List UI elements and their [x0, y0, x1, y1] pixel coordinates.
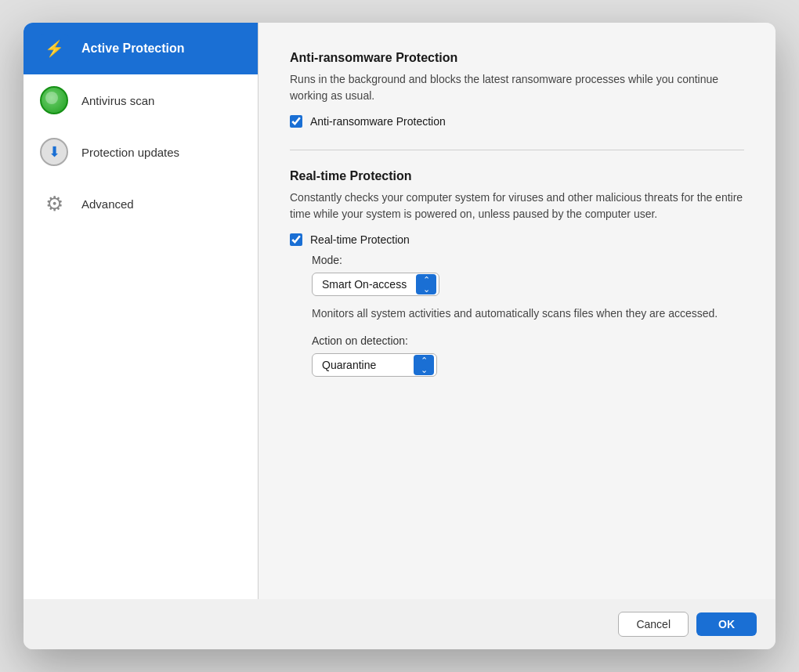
download-icon: ⬇: [40, 138, 68, 166]
dialog-footer: Cancel OK: [24, 599, 776, 649]
mode-select[interactable]: Smart On-access Full On-access Behaviora…: [312, 273, 439, 296]
anti-ransomware-desc: Runs in the background and blocks the la…: [290, 71, 744, 104]
lightning-icon: ⚡: [39, 34, 69, 63]
mode-select-wrapper: Smart On-access Full On-access Behaviora…: [312, 273, 439, 296]
anti-ransomware-checkbox[interactable]: [290, 115, 302, 128]
mode-description: Monitors all system activities and autom…: [290, 305, 744, 322]
main-content: Anti-ransomware Protection Runs in the b…: [258, 23, 776, 599]
sidebar-item-label: Antivirus scan: [81, 94, 154, 107]
gear-icon: ⚙: [40, 190, 68, 218]
realtime-checkbox-row: Real-time Protection: [290, 233, 744, 246]
sidebar-item-advanced[interactable]: ⚙ Advanced: [24, 178, 258, 229]
sidebar-item-antivirus-scan[interactable]: Antivirus scan: [24, 74, 258, 126]
anti-ransomware-section: Anti-ransomware Protection Runs in the b…: [290, 51, 744, 128]
sidebar-item-active-protection[interactable]: ⚡ Active Protection: [24, 23, 258, 74]
icon-container: ⚡: [39, 34, 69, 63]
icon-container: ⬇: [39, 137, 69, 167]
dialog: ⚡ Active Protection Antivirus scan ⬇ Pro…: [24, 23, 776, 649]
sidebar-item-label: Active Protection: [81, 42, 185, 56]
sidebar: ⚡ Active Protection Antivirus scan ⬇ Pro…: [24, 23, 258, 599]
mode-label: Mode:: [290, 254, 744, 266]
anti-ransomware-checkbox-label: Anti-ransomware Protection: [310, 115, 446, 128]
cancel-button[interactable]: Cancel: [618, 612, 689, 637]
section-divider: [290, 150, 744, 150]
realtime-desc: Constantly checks your computer system f…: [290, 190, 744, 222]
action-label: Action on detection:: [290, 334, 744, 347]
realtime-title: Real-time Protection: [290, 169, 744, 183]
icon-container: [39, 85, 69, 115]
action-select-wrapper: Quarantine Delete Ask: [312, 353, 437, 377]
sidebar-item-label: Advanced: [81, 197, 134, 211]
action-select[interactable]: Quarantine Delete Ask: [312, 353, 437, 377]
dialog-body: ⚡ Active Protection Antivirus scan ⬇ Pro…: [24, 23, 776, 599]
sidebar-item-protection-updates[interactable]: ⬇ Protection updates: [24, 126, 258, 178]
anti-ransomware-checkbox-row: Anti-ransomware Protection: [290, 115, 744, 128]
realtime-checkbox-label: Real-time Protection: [310, 233, 410, 246]
realtime-section: Real-time Protection Constantly checks y…: [290, 169, 744, 386]
icon-container: ⚙: [39, 189, 69, 219]
realtime-checkbox[interactable]: [290, 233, 302, 246]
ok-button[interactable]: OK: [696, 612, 757, 636]
radar-icon: [40, 86, 68, 114]
sidebar-item-label: Protection updates: [81, 146, 179, 159]
anti-ransomware-title: Anti-ransomware Protection: [290, 51, 744, 65]
